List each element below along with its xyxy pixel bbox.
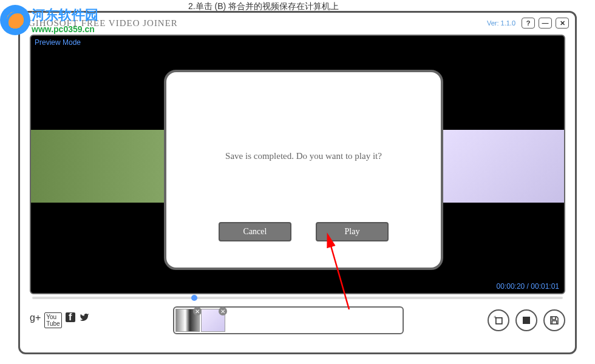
- facebook-icon[interactable]: f: [66, 312, 75, 322]
- clip-thumbnail-1[interactable]: ✕: [175, 309, 200, 332]
- social-links: g+ YouTube f: [30, 312, 90, 328]
- svg-text:+: +: [494, 314, 497, 320]
- close-button[interactable]: ✕: [556, 18, 569, 29]
- play-button[interactable]: Play: [316, 222, 389, 241]
- title-bar: GIHOSOFT FREE VIDEO JOINER Ver: 1.1.0 ? …: [20, 13, 575, 32]
- svg-rect-0: [496, 318, 502, 324]
- site-watermark: 河东软件园 www.pc0359.cn: [0, 5, 98, 35]
- add-video-icon: +: [492, 314, 505, 326]
- watermark-logo-icon: [0, 5, 30, 35]
- cancel-button[interactable]: Cancel: [219, 222, 291, 241]
- remove-clip-icon[interactable]: ✕: [193, 307, 202, 315]
- version-label: Ver: 1.1.0: [487, 19, 515, 27]
- window-controls: ? — ✕: [522, 18, 569, 29]
- total-time: 00:01:01: [531, 282, 559, 291]
- timecode-display: 00:00:20 / 00:01:01: [497, 282, 559, 291]
- save-icon: [549, 315, 560, 326]
- seek-slider[interactable]: [32, 297, 563, 299]
- minimize-button[interactable]: —: [539, 18, 552, 29]
- googleplus-icon[interactable]: g+: [30, 312, 41, 328]
- current-time: 00:00:20: [497, 282, 525, 291]
- save-button[interactable]: [543, 309, 565, 331]
- add-video-button[interactable]: +: [488, 309, 509, 331]
- clip-thumbnail-2[interactable]: ✕: [201, 309, 225, 332]
- stop-icon: [521, 315, 532, 326]
- dialog-message: Save is completed. Do you want to play i…: [178, 151, 429, 161]
- help-button[interactable]: ?: [522, 18, 535, 29]
- clip-timeline[interactable]: ✕ ✕: [173, 306, 404, 334]
- main-action-controls: +: [488, 309, 565, 331]
- save-complete-dialog: Save is completed. Do you want to play i…: [164, 70, 443, 270]
- bottom-toolbar: g+ YouTube f ✕ ✕ +: [20, 299, 575, 338]
- twitter-icon[interactable]: [79, 312, 90, 328]
- dialog-button-row: Cancel Play: [178, 222, 429, 241]
- watermark-site-name: 河东软件园: [32, 6, 98, 24]
- youtube-icon[interactable]: YouTube: [44, 312, 61, 328]
- watermark-site-url: www.pc0359.cn: [32, 24, 98, 34]
- stop-button[interactable]: [515, 309, 537, 331]
- remove-clip-icon[interactable]: ✕: [219, 307, 227, 315]
- svg-rect-2: [523, 317, 530, 324]
- preview-mode-label: Preview Mode: [35, 38, 81, 47]
